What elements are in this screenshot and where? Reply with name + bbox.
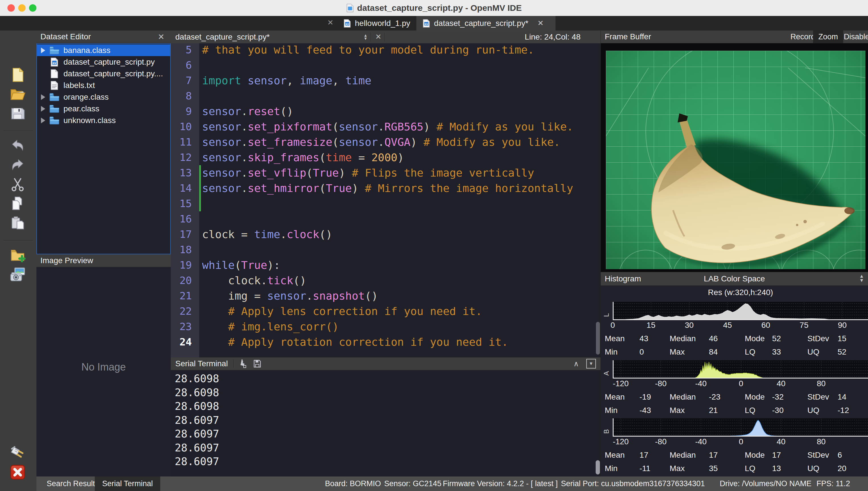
stat-label-lq: LQ <box>745 406 755 415</box>
stat-value-mode: -32 <box>772 392 783 402</box>
code-line-24: # Apply rotation correction if you need … <box>202 334 508 350</box>
python-file-icon: py <box>423 19 430 28</box>
tab-helloworld[interactable]: py helloworld_1.py <box>337 16 416 30</box>
line-number: 13 <box>172 165 192 180</box>
code-line-22: # Apply lens correction if you need it. <box>202 304 482 319</box>
stat-label-min: Min <box>605 347 618 357</box>
terminal-scrollbar[interactable] <box>596 460 600 474</box>
color-space-spinner-icon[interactable]: ▲▼ <box>859 274 864 283</box>
tree-item-labels-txt[interactable]: labels.txt <box>37 80 170 91</box>
divider <box>234 359 235 368</box>
save-file-icon[interactable] <box>10 106 27 123</box>
new-file-icon[interactable] <box>10 67 27 84</box>
stat-label-min: Min <box>605 464 618 473</box>
image-preview-panel: No Image <box>36 267 171 476</box>
image-preview-header: Image Preview <box>36 254 171 267</box>
paste-icon[interactable] <box>10 215 27 232</box>
dock-terminal-icon[interactable]: ▼ <box>586 359 596 369</box>
status-info: Drive: /Volumes/NO NAME <box>720 476 812 491</box>
terminal-line: 28.6098 <box>175 400 219 413</box>
line-number: 22 <box>172 304 192 319</box>
stat-label-stdev: StDev <box>807 450 829 460</box>
tree-item-label: labels.txt <box>63 81 95 90</box>
histogram-channel-l: L0153045607590Mean43Median46Mode52StDev1… <box>601 302 868 360</box>
expand-arrow-icon[interactable] <box>41 106 45 112</box>
histogram-plot <box>613 418 868 437</box>
svg-text:py: py <box>52 61 56 65</box>
tree-item-dataset-capture-script-py-[interactable]: dataset_capture_script.py.... <box>37 68 170 80</box>
tree-item-banana-class[interactable]: banana.class <box>37 45 170 56</box>
tree-item-orange-class[interactable]: orange.class <box>37 91 170 103</box>
clear-terminal-icon[interactable] <box>238 359 246 368</box>
histogram-title: Histogram <box>605 274 641 283</box>
stat-value-stdev: 14 <box>838 392 846 402</box>
axis-tick-label: 75 <box>800 321 808 330</box>
code-editor[interactable]: # that you will feed to your model durin… <box>199 43 600 357</box>
open-file-icon[interactable] <box>10 86 27 104</box>
close-document-icon[interactable]: ✕ <box>375 32 381 41</box>
disable-button[interactable]: Disable <box>845 30 868 43</box>
dataset-file-tree: banana.classpydataset_capture_script.pyd… <box>36 43 171 254</box>
status-info: Firmware Version: 4.2.2 - [ latest ] <box>443 476 558 491</box>
editor-gutter: 5678910111213141516171819∨2021222324 <box>171 43 199 357</box>
capture-image-icon[interactable] <box>10 267 27 284</box>
new-dataset-folder-icon[interactable] <box>10 248 27 265</box>
redo-icon[interactable] <box>10 157 27 174</box>
collapse-terminal-icon[interactable]: ∧ <box>574 359 579 368</box>
tree-item-dataset-capture-script-py[interactable]: pydataset_capture_script.py <box>37 56 170 68</box>
zoom-button[interactable]: Zoom <box>813 30 843 43</box>
expand-arrow-icon[interactable] <box>41 48 45 53</box>
no-image-text: No Image <box>36 361 171 373</box>
stop-script-icon[interactable] <box>10 464 27 481</box>
stat-label-uq: UQ <box>807 347 819 357</box>
undo-icon[interactable] <box>10 138 27 155</box>
histogram-panel: Res (w:320,h:240) L0153045607590Mean43Me… <box>600 286 868 476</box>
tab-close-icon[interactable]: ✕ <box>537 19 544 28</box>
axis-tick-label: 60 <box>761 321 770 330</box>
tree-item-unknown-class[interactable]: unknown.class <box>37 115 170 126</box>
stat-label-mean: Mean <box>605 450 625 460</box>
frame-buffer-photo <box>606 51 865 269</box>
dataset-editor-title: Dataset Editor <box>40 32 91 41</box>
expand-arrow-icon[interactable] <box>41 118 45 123</box>
banana-tip <box>844 207 855 214</box>
terminal-line: 28.6097 <box>175 441 219 455</box>
code-line-7: import sensor, image, time <box>202 73 371 88</box>
window-title-text: dataset_capture_script.py - OpenMV IDE <box>357 3 522 13</box>
stat-value-mean: 43 <box>640 334 648 344</box>
terminal-line: 28.6098 <box>175 372 219 386</box>
copy-icon[interactable] <box>10 196 27 213</box>
status-tab-serial-terminal[interactable]: Serial Terminal <box>95 476 160 491</box>
tab-dataset-capture-script[interactable]: py dataset_capture_script.py* ✕ <box>416 16 556 30</box>
line-number: 20 <box>172 273 192 288</box>
stat-value-lq: 33 <box>772 347 781 357</box>
stat-label-stdev: StDev <box>807 392 829 402</box>
line-number: 19 <box>172 257 192 273</box>
stat-label-mean: Mean <box>605 334 625 344</box>
close-icon[interactable]: ✕ <box>158 32 164 41</box>
code-line-13: sensor.set_vflip(True) # Flips the image… <box>202 165 534 180</box>
terminal-line: 28.6097 <box>175 413 219 427</box>
stat-label-min: Min <box>605 406 618 415</box>
document-switcher-spinner[interactable]: ▲▼ <box>364 34 368 40</box>
connect-plug-icon[interactable] <box>10 445 27 462</box>
code-line-12: sensor.skip_frames(time = 2000) <box>202 150 404 165</box>
histogram-plot <box>613 360 868 378</box>
tree-item-pear-class[interactable]: pear.class <box>37 103 170 115</box>
frame-buffer-view <box>600 43 868 272</box>
toolbar-separator <box>3 240 33 241</box>
folder-icon <box>49 92 60 102</box>
code-line-11: sensor.set_framesize(sensor.QVGA) # Modi… <box>202 135 560 150</box>
save-log-icon[interactable] <box>253 359 261 368</box>
editor-scrollbar[interactable] <box>596 322 600 354</box>
serial-terminal-output[interactable]: 28.609828.609828.609828.609728.609728.60… <box>171 370 600 476</box>
stat-label-mean: Mean <box>605 392 625 402</box>
tab-close-icon[interactable]: ✕ <box>327 18 334 27</box>
cut-icon[interactable] <box>10 176 27 193</box>
axis-tick-label: -40 <box>695 437 707 446</box>
expand-arrow-icon[interactable] <box>41 94 45 100</box>
stat-label-mode: Mode <box>745 334 765 344</box>
tab-label: helloworld_1.py <box>355 19 410 28</box>
axis-tick-label: 0 <box>611 321 615 330</box>
axis-tick-label: 0 <box>739 379 743 388</box>
